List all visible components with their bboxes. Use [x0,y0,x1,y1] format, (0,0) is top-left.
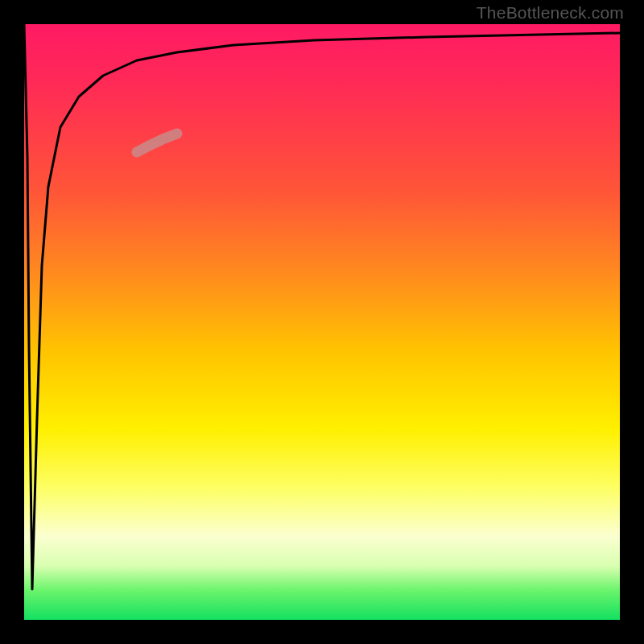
attribution-text: TheBottleneck.com [477,3,624,23]
highlight-segment [137,134,177,152]
main-curve [24,24,620,589]
plot-area [24,24,620,620]
chart-frame: TheBottleneck.com [0,0,644,644]
curve-svg [24,24,620,620]
